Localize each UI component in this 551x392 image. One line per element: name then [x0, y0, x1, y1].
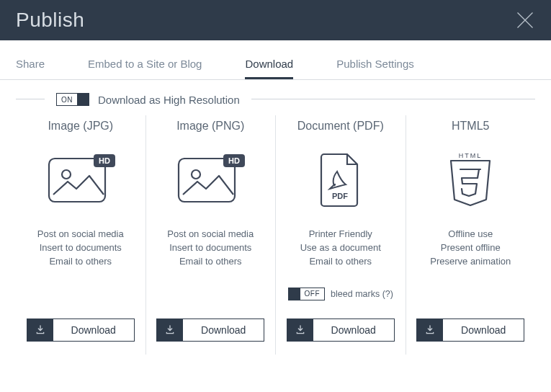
option-jpg: Image (JPG) HD Post on social media Inse… — [16, 115, 146, 355]
hd-badge: HD — [228, 156, 240, 165]
hd-badge: HD — [99, 156, 110, 165]
option-pdf-desc-3: Email to others — [300, 255, 381, 269]
option-png-desc-3: Email to others — [167, 255, 254, 269]
tab-share[interactable]: Share — [16, 48, 45, 79]
option-pdf: Document (PDF) PDF Printer Friendly Use … — [276, 115, 406, 355]
close-icon — [515, 10, 535, 30]
image-png-icon: HD — [176, 151, 245, 209]
option-html5-desc-3: Preserve animation — [430, 255, 511, 269]
dialog-title: Publish — [16, 9, 84, 32]
option-jpg-desc-3: Email to others — [37, 255, 124, 269]
download-pdf-label: Download — [313, 319, 394, 341]
document-pdf-icon: PDF — [315, 151, 366, 209]
option-png: Image (PNG) HD Post on social media Inse… — [146, 115, 277, 355]
download-html5-button[interactable]: Download — [416, 318, 524, 342]
toggle-on-label: ON — [57, 96, 77, 104]
option-html5-desc-1: Offline use — [430, 228, 511, 241]
download-html5-label: Download — [443, 319, 524, 341]
toggle-off-label: OFF — [300, 290, 325, 298]
bleed-marks-label: bleed marks (?) — [331, 289, 393, 299]
option-jpg-desc-1: Post on social media — [37, 228, 124, 241]
tab-embed[interactable]: Embed to a Site or Blog — [88, 48, 202, 79]
download-jpg-label: Download — [53, 319, 134, 341]
tabs: Share Embed to a Site or Blog Download P… — [0, 48, 551, 80]
download-icon — [295, 324, 306, 336]
dialog-header: Publish — [0, 0, 551, 40]
svg-point-3 — [62, 170, 71, 179]
option-html5-desc-2: Present offline — [430, 241, 511, 255]
download-icon — [424, 324, 436, 336]
download-icon — [164, 324, 176, 336]
svg-text:PDF: PDF — [332, 192, 348, 200]
option-pdf-desc-1: Printer Friendly — [300, 228, 381, 241]
download-jpg-button[interactable]: Download — [27, 318, 135, 342]
option-jpg-desc-2: Insert to documents — [37, 241, 124, 255]
option-png-desc-1: Post on social media — [167, 228, 254, 241]
download-png-button[interactable]: Download — [156, 318, 264, 342]
svg-text:HTML: HTML — [459, 152, 483, 159]
bleed-marks-toggle[interactable]: OFF — [288, 288, 326, 300]
option-html5: HTML5 HTML Offline use Present offline P… — [406, 115, 536, 355]
html5-icon: HTML — [444, 151, 497, 209]
download-icon — [35, 324, 46, 336]
option-pdf-title: Document (PDF) — [297, 120, 384, 133]
download-panel: ON Download as High Resolution Image (JP… — [0, 80, 551, 355]
option-png-title: Image (PNG) — [176, 120, 244, 133]
download-png-label: Download — [183, 319, 264, 341]
option-html5-title: HTML5 — [452, 120, 489, 133]
high-resolution-label: Download as High Resolution — [98, 94, 240, 106]
toggle-knob — [289, 288, 300, 300]
option-png-desc-2: Insert to documents — [167, 241, 254, 255]
option-pdf-desc-2: Use as a document — [300, 241, 381, 255]
option-jpg-title: Image (JPG) — [48, 120, 113, 133]
high-resolution-row: ON Download as High Resolution — [45, 89, 251, 110]
toggle-knob — [77, 93, 89, 106]
tab-publish-settings[interactable]: Publish Settings — [336, 48, 414, 79]
image-jpg-icon: HD — [46, 151, 115, 209]
close-button[interactable] — [515, 10, 535, 30]
svg-point-6 — [192, 170, 200, 179]
tab-download[interactable]: Download — [245, 48, 293, 79]
download-pdf-button[interactable]: Download — [287, 318, 395, 342]
high-resolution-toggle[interactable]: ON — [56, 93, 89, 106]
